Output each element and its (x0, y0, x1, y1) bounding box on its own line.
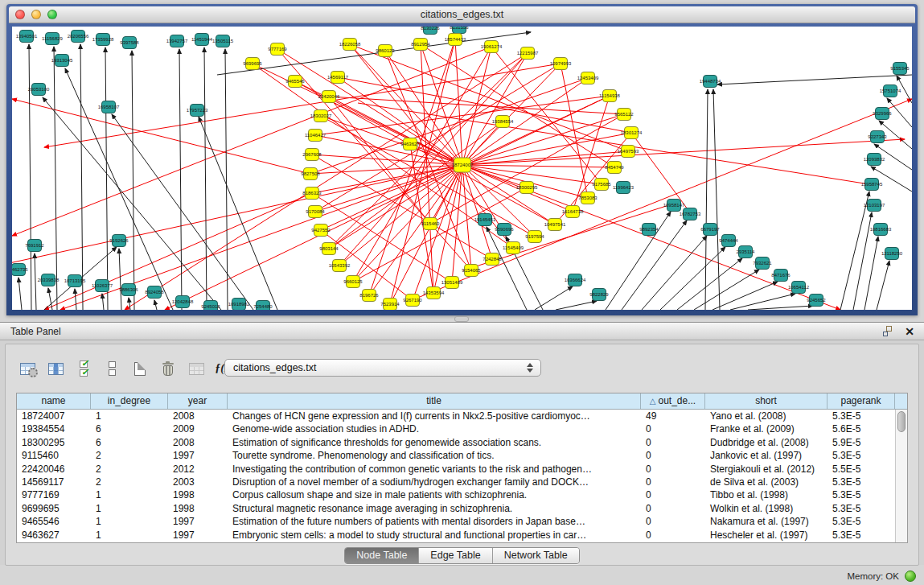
graph-node-label: 12093832 (864, 157, 885, 162)
graph-node-label: 9827508 (301, 171, 320, 176)
graph-edge[interactable] (18, 278, 22, 310)
table-row[interactable]: 2242004622012Investigating the contribut… (17, 463, 907, 476)
network-canvas[interactable]: 1394050111156829202065561735992893975881… (12, 27, 912, 310)
table-row[interactable]: 1830029562008Estimation of significance … (17, 436, 907, 449)
scrollbar-thumb[interactable] (897, 411, 906, 432)
float-window-icon[interactable] (883, 326, 893, 336)
table-settings-button[interactable] (15, 356, 39, 381)
cell-name: 19384554 (17, 422, 91, 435)
graph-edge[interactable] (102, 294, 104, 310)
graph-edge[interactable] (44, 193, 312, 310)
graph-edge[interactable] (105, 47, 108, 310)
graph-edge[interactable] (717, 75, 912, 84)
graph-node-label: 15958745 (861, 182, 883, 187)
graph-edge[interactable] (179, 49, 182, 310)
graph-edge[interactable] (705, 89, 708, 310)
table-panel-content: ƒ(x) citations_edges.txt namein_degreeye… (5, 344, 919, 566)
graph-edge[interactable] (154, 300, 157, 310)
column-header-title[interactable]: title (228, 393, 641, 409)
graph-edge[interactable] (129, 298, 130, 310)
table-row[interactable]: 969969511998Structural magnetic resonanc… (17, 502, 907, 515)
delete-column-button[interactable] (184, 356, 208, 381)
graph-edge[interactable] (840, 192, 869, 310)
graph-edge[interactable] (412, 99, 912, 300)
cell-title: Embryonic stem cells: a model to study s… (228, 529, 641, 542)
tab-network-table[interactable]: Network Table (493, 548, 579, 563)
graph-edge[interactable] (462, 165, 492, 259)
graph-edge[interactable] (338, 77, 462, 165)
column-header-pagerank[interactable]: pagerank (827, 393, 895, 409)
table-row[interactable]: 946362711997Embryonic stem cells: a mode… (17, 529, 907, 542)
cell-short: Nakamura et al. (1997) (705, 515, 827, 528)
graph-edge[interactable] (462, 78, 588, 165)
tab-edge-table[interactable]: Edge Table (419, 548, 492, 563)
tab-node-table[interactable]: Node Table (345, 548, 419, 563)
graph-edge[interactable] (165, 96, 610, 310)
table-row[interactable]: 911546021997Tourette syndrome. Phenomeno… (17, 449, 907, 462)
cell-name: 18300295 (17, 436, 91, 449)
table-panel-title: Table Panel (10, 326, 61, 337)
graph-edge[interactable] (385, 51, 462, 165)
column-header-in_degree[interactable]: in_degree (91, 393, 168, 409)
graph-edge[interactable] (225, 49, 228, 310)
graph-edge[interactable] (535, 286, 573, 310)
graph-edge[interactable] (329, 97, 430, 224)
table-selector-dropdown[interactable]: citations_edges.txt (224, 359, 541, 377)
graph-edge[interactable] (642, 236, 707, 310)
column-header-out_degree[interactable]: △out_de... (641, 393, 705, 409)
graph-node-label: 12042848 (172, 299, 194, 304)
graph-edge[interactable] (12, 165, 462, 264)
graph-edge[interactable] (54, 47, 57, 310)
graph-edge[interactable] (12, 99, 310, 174)
graph-node-label: 9227343 (868, 134, 887, 139)
graph-node-label: 12453409 (577, 76, 599, 80)
window-titlebar[interactable]: citations_edges.txt (9, 6, 915, 23)
graph-node-label: 8924058 (145, 290, 164, 295)
column-header-short[interactable]: short (705, 393, 827, 409)
table-scrollbar[interactable] (895, 410, 907, 542)
close-panel-icon[interactable]: ✕ (905, 325, 914, 338)
column-header-year[interactable]: year (168, 393, 228, 409)
graph-edge[interactable] (462, 165, 527, 187)
column-header-name[interactable]: name (17, 393, 91, 409)
graph-node-label: 18302027 (310, 113, 332, 118)
table-row[interactable]: 977716911998Corpus callosum shape and si… (17, 488, 907, 501)
row-height-button[interactable] (100, 356, 124, 381)
cell-short: Stergiakouli et al. (2012) (705, 463, 827, 476)
citation-graph[interactable]: 1394050111156829202065561735992893975881… (12, 27, 912, 310)
cell-in_degree: 2 (91, 463, 168, 476)
graph-edge[interactable] (631, 133, 690, 212)
graph-edge[interactable] (29, 44, 31, 310)
graph-edge[interactable] (35, 253, 36, 310)
graph-edge[interactable] (462, 165, 614, 167)
graph-edge[interactable] (119, 249, 121, 310)
cell-short: de Silva et al. (2003) (705, 476, 827, 488)
graph-edge[interactable] (48, 288, 52, 310)
panel-divider-grip[interactable] (454, 316, 469, 322)
graph-node-label: 17957223 (187, 108, 208, 113)
create-table-button[interactable] (128, 356, 152, 381)
select-columns-button[interactable] (72, 356, 96, 381)
graph-edge[interactable] (606, 212, 671, 310)
table-row[interactable]: 946554611997Estimation of the future num… (17, 515, 907, 528)
graph-edge[interactable] (80, 44, 83, 310)
delete-table-button[interactable] (156, 356, 180, 381)
graph-edge[interactable] (748, 306, 813, 310)
table-row[interactable]: 1872400712008Changes of HCN gene express… (17, 410, 907, 422)
graph-edge[interactable] (217, 32, 531, 75)
cell-title: Estimation of significance thresholds fo… (228, 436, 641, 449)
show-columns-button[interactable] (43, 356, 68, 381)
graph-edge[interactable] (713, 282, 778, 310)
graph-node-label: 12118250 (881, 251, 903, 256)
graph-edge[interactable] (864, 237, 878, 310)
memory-status-dot[interactable] (905, 571, 916, 582)
graph-edge[interactable] (556, 301, 597, 310)
graph-edge[interactable] (853, 212, 872, 310)
graph-node-label: 13940501 (16, 34, 38, 39)
graph-edge[interactable] (660, 247, 725, 310)
graph-edge[interactable] (75, 289, 76, 310)
table-row[interactable]: 1456911722003Disruption of a novel membe… (17, 476, 907, 488)
table-row[interactable]: 1938455462009Genome-wide association stu… (17, 422, 907, 435)
graph-edge[interactable] (877, 261, 889, 310)
graph-edge[interactable] (204, 47, 207, 310)
